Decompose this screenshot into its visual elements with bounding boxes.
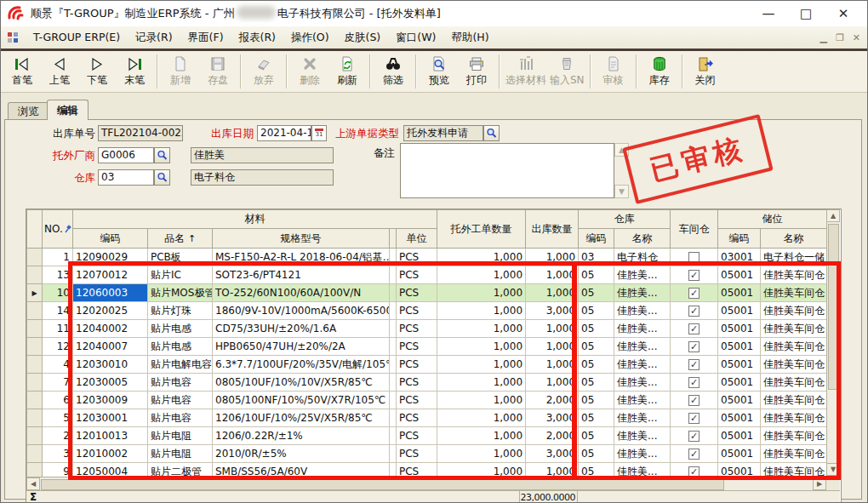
menu-item-6[interactable]: 窗口(W) xyxy=(388,27,443,48)
table-row[interactable]: 112090029PCB板MS-F150-A2-R-L 2018-06-04/铝… xyxy=(27,249,827,266)
header-wh-name[interactable]: 名称 xyxy=(614,229,671,249)
menu-item-4[interactable]: 操作(O) xyxy=(283,27,337,48)
warehouse-lookup-button[interactable] xyxy=(154,169,170,186)
mdi-restore-button[interactable]: ❐ xyxy=(836,32,844,43)
minimize-button[interactable]: — xyxy=(750,1,787,26)
workshop-checkbox[interactable]: ✓ xyxy=(688,270,700,281)
toolbar-button-next[interactable]: 下笔 xyxy=(78,53,116,91)
tab-edit[interactable]: 编辑 xyxy=(47,100,89,120)
header-code[interactable]: 编码 xyxy=(73,229,148,249)
header-workshop[interactable]: 车间仓 xyxy=(671,210,718,249)
table-row[interactable]: 1412020025贴片灯珠1860/9V-10V/1000mA/5600K-6… xyxy=(27,302,827,320)
toolbar-button-label: 末笔 xyxy=(124,73,145,88)
workshop-checkbox[interactable]: ✓ xyxy=(688,377,700,388)
toolbar-button-label: 删除 xyxy=(300,73,320,88)
table-row[interactable]: 312010002贴片电阻2010/0R/±5%PCS1,0003,00005佳… xyxy=(27,445,827,463)
warehouse-code-field[interactable]: 03 xyxy=(98,169,154,186)
menu-item-7[interactable]: 帮助(H) xyxy=(443,27,496,48)
workshop-checkbox[interactable]: ✓ xyxy=(688,323,700,334)
cell-wh-name: 电子料仓 xyxy=(614,249,671,266)
cell-wh-name: 佳胜美... xyxy=(614,266,671,284)
maximize-button[interactable]: □ xyxy=(787,1,825,26)
menu-item-1[interactable]: 记录(R) xyxy=(128,27,180,48)
table-row[interactable]: 1212040007贴片电感HPB0650/47UH/±20%/2APCS1,0… xyxy=(27,338,827,356)
cell-code: 12030010 xyxy=(73,356,148,374)
toolbar-button-preview[interactable]: 预览 xyxy=(420,53,458,91)
cell-order-qty: 1,000 xyxy=(437,409,526,427)
menu-item-2[interactable]: 界面(F) xyxy=(180,27,231,48)
cell-wh-name: 佳胜美... xyxy=(614,392,671,409)
table-row[interactable]: 412030010贴片电解电容6.3*7.7/100UF/20%/35V/电解/… xyxy=(27,356,827,374)
table-row[interactable]: 912050004贴片二极管SMB/SS56/5A/60VPCS1,0001,0… xyxy=(27,463,827,477)
header-out-qty[interactable]: 出库数量 xyxy=(526,210,579,249)
toolbar-button-close[interactable]: 关闭 xyxy=(687,53,724,91)
upstream-lookup-button[interactable] xyxy=(483,125,500,141)
scroll-up-icon[interactable]: ▲ xyxy=(826,209,840,222)
header-group-warehouse[interactable]: 仓库 xyxy=(579,210,671,229)
table-row[interactable]: 212010013贴片电阻1206/0.22R/±1%PCS1,0002,000… xyxy=(27,427,827,445)
toolbar-button-inventory[interactable]: 库存 xyxy=(641,53,678,91)
header-group-material[interactable]: 材料 xyxy=(73,210,437,229)
mdi-close-button[interactable]: ✕ xyxy=(853,32,860,43)
toolbar-button-filter[interactable]: 筛选 xyxy=(374,53,412,91)
scroll-right-icon[interactable]: ▶ xyxy=(813,477,826,490)
workshop-checkbox[interactable]: ✓ xyxy=(688,288,700,299)
workshop-checkbox[interactable]: ✓ xyxy=(688,359,700,370)
workshop-checkbox[interactable] xyxy=(688,252,700,263)
vertical-scroll-thumb[interactable] xyxy=(828,224,839,390)
toolbar-button-print[interactable]: 打印 xyxy=(458,53,495,91)
cell-out-qty: 3,000 xyxy=(526,409,579,427)
toolbar-button-last[interactable]: 末笔 xyxy=(116,53,153,91)
vendor-lookup-button[interactable] xyxy=(154,147,170,163)
header-batch[interactable] xyxy=(390,229,397,249)
table-row[interactable]: 1112040002贴片电感CD75/33UH/±20%/1.6APCS1,00… xyxy=(27,320,827,338)
cell-batch xyxy=(390,374,397,392)
remark-scroll-down-icon[interactable]: ▼ xyxy=(614,185,629,198)
header-group-location[interactable]: 储位 xyxy=(718,210,826,229)
header-loc-code[interactable]: 编码 xyxy=(718,229,761,249)
scroll-down-icon[interactable]: ▼ xyxy=(826,463,840,476)
scroll-left-icon[interactable]: ◀ xyxy=(26,477,40,490)
upstream-type-field[interactable]: 托外发料申请 xyxy=(403,125,483,141)
header-no[interactable]: NO. xyxy=(43,210,73,249)
menu-item-3[interactable]: 报表(R) xyxy=(231,27,283,48)
workshop-checkbox[interactable]: ✓ xyxy=(688,306,700,317)
table-row[interactable]: ▶1012060003贴片MOS极管TO-252/60N100/60A/100V… xyxy=(27,284,827,302)
cell-wh-name: 佳胜美... xyxy=(614,338,671,356)
table-row[interactable]: 612030009贴片电容0805/100NF/10%/50V/X7R/105℃… xyxy=(27,392,827,409)
header-unit[interactable]: 单位 xyxy=(397,229,437,249)
toolbar-button-label: 预览 xyxy=(429,73,449,88)
cell-wh-name: 佳胜美... xyxy=(614,302,671,320)
out-date-field[interactable]: 2021-04-15 xyxy=(257,125,311,141)
horizontal-scroll-thumb[interactable] xyxy=(41,479,724,490)
workshop-checkbox[interactable]: ✓ xyxy=(688,395,700,406)
header-wh-code[interactable]: 编码 xyxy=(579,229,614,249)
workshop-checkbox[interactable]: ✓ xyxy=(688,431,700,442)
toolbar-button-prev[interactable]: 上笔 xyxy=(41,53,78,91)
header-name[interactable]: 品名↑ xyxy=(148,229,213,249)
horizontal-scrollbar[interactable]: ◀ ▶ xyxy=(26,477,826,490)
workshop-checkbox[interactable]: ✓ xyxy=(688,449,700,460)
header-spec[interactable]: 规格型号 xyxy=(213,229,390,249)
vendor-code-field[interactable]: G0006 xyxy=(98,147,154,163)
mdi-minimize-button[interactable]: ▁ xyxy=(819,32,826,43)
toolbar-button-refresh[interactable]: 刷新 xyxy=(328,53,366,91)
remark-field[interactable] xyxy=(400,143,614,198)
header-indicator xyxy=(27,210,43,249)
header-loc-name[interactable]: 名称 xyxy=(761,229,826,249)
menu-item-5[interactable]: 皮肤(S) xyxy=(337,27,389,48)
cell-wh-code: 05 xyxy=(579,266,614,284)
workshop-checkbox[interactable]: ✓ xyxy=(688,466,700,477)
tab-browse[interactable]: 浏览 xyxy=(8,102,49,120)
close-button[interactable]: ✕ xyxy=(825,1,862,26)
table-row[interactable]: 512030001贴片电容1206/10UF/10%/25V/X5R/85℃PC… xyxy=(27,409,827,427)
toolbar-button-first[interactable]: 首笔 xyxy=(3,53,41,91)
header-order-qty[interactable]: 托外工单数量 xyxy=(437,210,526,249)
order-no-field[interactable]: TFL202104-0022 xyxy=(98,125,183,141)
vertical-scrollbar[interactable]: ▲ ▼ xyxy=(826,209,840,477)
workshop-checkbox[interactable]: ✓ xyxy=(688,341,700,352)
table-row[interactable]: 712030005贴片电容0805/10UF/10%/10V/X5R/85℃PC… xyxy=(27,374,827,392)
menu-item-0[interactable]: T-GROUP ERP(E) xyxy=(26,27,128,48)
workshop-checkbox[interactable]: ✓ xyxy=(688,413,700,424)
table-row[interactable]: 1312070012贴片ICSOT23-6/PT4121PCS1,0001,00… xyxy=(27,266,827,284)
